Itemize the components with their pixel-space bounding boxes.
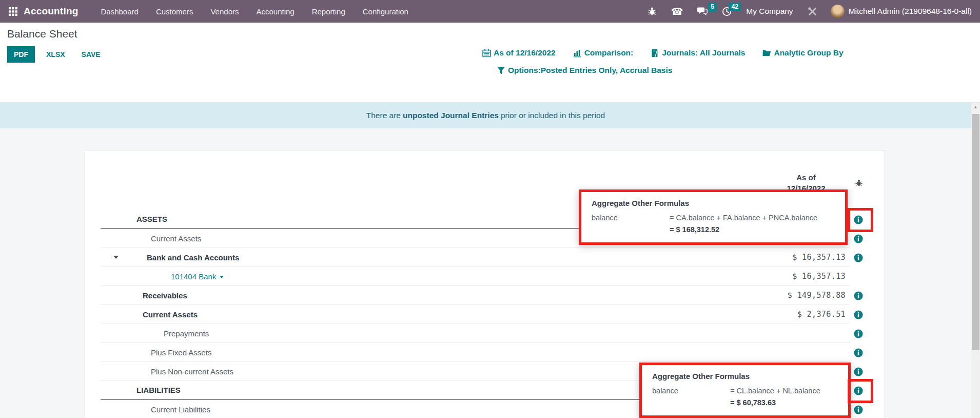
menu-reporting[interactable]: Reporting	[305, 2, 352, 22]
table-row: 101404 Bank$ 16,357.13	[101, 267, 885, 286]
row-amount: $ 16,357.13	[727, 253, 850, 262]
info-icon[interactable]	[854, 253, 863, 262]
table-row: Current Assets$ 2,376.51	[101, 305, 885, 324]
messages-icon[interactable]: 5	[691, 4, 714, 19]
debug-bug-icon[interactable]	[855, 179, 863, 187]
folder-icon	[762, 49, 771, 58]
table-row: Plus Fixed Assets	[101, 343, 885, 362]
menu-vendors[interactable]: Vendors	[203, 2, 246, 22]
row-label[interactable]: Current Assets	[143, 310, 198, 319]
table-row: Prepayments	[101, 324, 885, 343]
row-name-cell: Receivables	[101, 291, 727, 300]
scrollbar[interactable]: ▲	[971, 103, 980, 418]
info-icon[interactable]	[854, 234, 863, 243]
row-amount: $ 149,578.88	[727, 291, 850, 300]
journal-book-icon	[651, 49, 659, 58]
row-label: Prepayments	[164, 329, 209, 338]
info-icon[interactable]	[854, 291, 863, 300]
row-label[interactable]: Receivables	[143, 291, 187, 300]
row-amount: $ 2,376.51	[727, 310, 850, 319]
row-name-cell: Current Liabilities	[101, 405, 727, 414]
row-label: ASSETS	[136, 215, 167, 223]
pdf-button[interactable]: PDF	[7, 46, 35, 63]
apps-grid-icon[interactable]	[6, 5, 19, 18]
report-filters: As of 12/16/2022 Comparison:	[482, 48, 844, 75]
info-icon[interactable]	[854, 348, 863, 357]
user-menu[interactable]: Mitchell Admin (21909648-16-0-all)	[826, 3, 973, 21]
row-amount: $ 16,357.13	[727, 272, 850, 281]
save-button[interactable]: SAVE	[76, 46, 106, 63]
filter-analytic[interactable]: Analytic Group By	[762, 48, 843, 58]
filter-comparison[interactable]: Comparison:	[573, 48, 634, 58]
row-name-cell: Prepayments	[101, 329, 727, 338]
balance-sheet-page: Accounting Dashboard Customers Vendors A…	[0, 0, 980, 418]
annotation-box-liabilities-info	[848, 379, 873, 403]
company-switcher[interactable]: My Company	[740, 4, 799, 19]
menu-configuration[interactable]: Configuration	[356, 2, 416, 22]
info-icon[interactable]	[854, 310, 863, 319]
app-name[interactable]: Accounting	[24, 6, 79, 17]
info-icon[interactable]	[854, 367, 863, 376]
activities-badge: 42	[729, 3, 741, 12]
tools-icon[interactable]	[801, 4, 824, 20]
formula-tooltip-assets: Aggregate Other Formulas balance = CA.ba…	[579, 189, 848, 245]
xlsx-button[interactable]: XLSX	[41, 46, 70, 63]
row-label: Current Liabilities	[151, 405, 210, 414]
voip-phone-icon[interactable]: ☎	[665, 4, 690, 20]
row-name-cell: Plus Non-current Assets	[101, 367, 727, 376]
scrollbar-thumb[interactable]	[972, 114, 979, 350]
caret-down-icon[interactable]	[113, 256, 119, 259]
control-panel: Balance Sheet PDF XLSX SAVE As of	[0, 23, 980, 103]
activities-clock-icon[interactable]: 42	[716, 4, 738, 20]
row-label: Current Assets	[151, 234, 201, 243]
row-label: Plus Fixed Assets	[151, 348, 211, 357]
annotation-box-assets-info	[848, 208, 873, 232]
main-menu: Dashboard Customers Vendors Accounting R…	[94, 2, 416, 22]
table-row: Receivables$ 149,578.88	[101, 286, 885, 305]
menu-accounting[interactable]: Accounting	[249, 2, 301, 22]
calendar-icon	[482, 49, 491, 58]
info-icon[interactable]	[854, 405, 863, 414]
bar-chart-icon	[573, 49, 582, 58]
caret-down-icon[interactable]	[220, 276, 224, 278]
formula-tooltip-liabilities: Aggregate Other Formulas balance = CL.ba…	[639, 363, 851, 418]
row-label: Plus Non-current Assets	[151, 367, 233, 376]
filter-journals[interactable]: Journals: All Journals	[651, 48, 745, 58]
row-name-cell: Plus Fixed Assets	[101, 348, 727, 357]
row-label[interactable]: Bank and Cash Accounts	[147, 253, 239, 262]
row-label[interactable]: 101404 Bank	[171, 272, 216, 281]
menu-customers[interactable]: Customers	[149, 2, 201, 22]
scrollbar-up-arrow[interactable]: ▲	[971, 103, 980, 111]
info-icon[interactable]	[854, 329, 863, 338]
filter-date[interactable]: As of 12/16/2022	[482, 48, 556, 58]
row-name-cell: 101404 Bank	[101, 272, 727, 281]
row-name-cell: Current Assets	[101, 310, 727, 319]
user-avatar	[831, 5, 845, 18]
unposted-entries-banner: There are unposted Journal Entries prior…	[0, 103, 971, 128]
row-name-cell: Bank and Cash Accounts	[101, 253, 727, 262]
filter-options[interactable]: Options:Posted Entries Only, Accrual Bas…	[497, 66, 672, 75]
top-navbar: Accounting Dashboard Customers Vendors A…	[0, 0, 980, 23]
row-label: LIABILITIES	[136, 386, 181, 394]
user-name: Mitchell Admin (21909648-16-0-all)	[849, 7, 972, 16]
menu-dashboard[interactable]: Dashboard	[94, 2, 146, 22]
page-title: Balance Sheet	[7, 28, 77, 40]
table-row: Bank and Cash Accounts$ 16,357.13	[101, 248, 885, 267]
debug-bug-icon[interactable]	[641, 4, 663, 19]
row-name-cell: LIABILITIES	[101, 386, 727, 394]
funnel-icon	[497, 66, 505, 75]
